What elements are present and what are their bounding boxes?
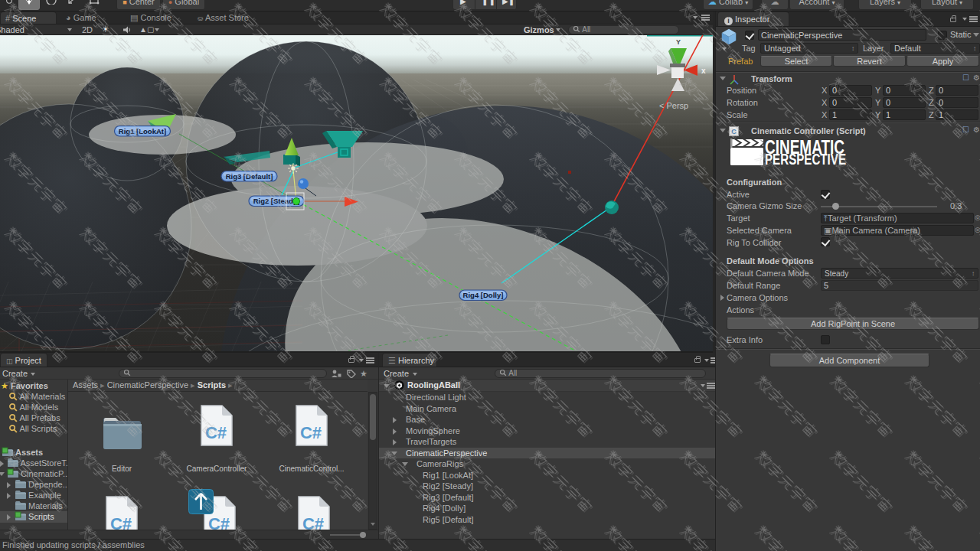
svg-text:Rig3 [Default]: Rig3 [Default] xyxy=(226,172,273,181)
svg-text:PERSPECTIVE: PERSPECTIVE xyxy=(765,151,846,166)
svg-text:< Persp: < Persp xyxy=(659,101,688,110)
svg-text:C#: C# xyxy=(300,423,322,442)
svg-text:Rig1 [LookAt]: Rig1 [LookAt] xyxy=(119,127,166,135)
svg-text:C#: C# xyxy=(208,514,230,530)
svg-text:Rig4 [Dolly]: Rig4 [Dolly] xyxy=(463,291,504,299)
svg-text:x: x xyxy=(701,67,706,75)
svg-text:Y: Y xyxy=(676,38,681,46)
svg-text:C#: C# xyxy=(302,514,324,530)
svg-text:C: C xyxy=(731,128,737,135)
svg-text:C#: C# xyxy=(110,514,132,530)
svg-text:C#: C# xyxy=(205,423,227,442)
